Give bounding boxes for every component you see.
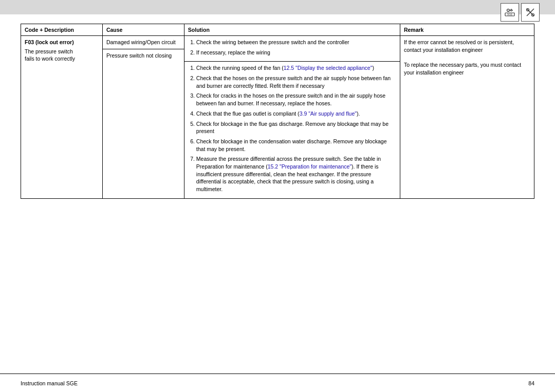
col-header-solution: Solution <box>184 24 400 36</box>
top-bar <box>0 0 555 14</box>
settings-icon: SGE <box>504 6 516 18</box>
solution-2-4: Check that the flue gas outlet is compli… <box>196 110 396 118</box>
settings-icon-box[interactable]: SGE <box>501 3 519 22</box>
solution-2-2: Check that the hoses on the pressure swi… <box>196 74 396 89</box>
cause-2: Pressure switch not closing <box>103 49 184 62</box>
link-air-supply-flue[interactable]: 3.9 "Air supply and flue" <box>300 110 357 117</box>
content-area: Code + Description Cause Solution Remark… <box>0 14 555 392</box>
solution-2-7: Measure the pressure differential across… <box>196 155 396 193</box>
solution-2-5: Check for blockage in the flue gas disch… <box>196 120 396 135</box>
main-table: Code + Description Cause Solution Remark… <box>21 24 534 199</box>
solution-group-2: Check the running speed of the fan (12.5… <box>184 62 400 198</box>
link-preparation-maintenance[interactable]: 15.2 "Preparation for maintenance" <box>268 163 351 170</box>
cause-cell: Damaged wiring/Open circuit Pressure swi… <box>102 36 184 199</box>
solution-group-1: Check the wiring between the pressure sw… <box>184 36 400 62</box>
tool-icon-box[interactable] <box>521 3 540 22</box>
footer-page-number: 84 <box>528 380 534 386</box>
footer: Instruction manual SGE 84 <box>0 374 555 392</box>
table-row: F03 (lock out error) The pressure switch… <box>21 36 534 199</box>
col-header-code: Code + Description <box>21 24 103 36</box>
svg-text:SGE: SGE <box>507 13 513 16</box>
col-header-cause: Cause <box>102 24 184 36</box>
solution-2-6: Check for blockage in the condensation w… <box>196 138 396 153</box>
error-code: F03 (lock out error) <box>25 39 99 46</box>
col-header-remark: Remark <box>400 24 534 36</box>
page: SGE Code + Description Cause Solution Re… <box>0 0 555 392</box>
solution-1-2: If necessary, replace the wiring <box>196 49 396 57</box>
footer-manual-title: Instruction manual SGE <box>21 380 78 386</box>
solution-1-1: Check the wiring between the pressure sw… <box>196 39 396 46</box>
solution-2-1: Check the running speed of the fan (12.5… <box>196 64 396 72</box>
link-display-appliance[interactable]: 12.5 "Display the selected appliance" <box>284 65 373 71</box>
solution-2-3: Check for cracks in the hoses on the pre… <box>196 92 396 107</box>
tool-icon <box>524 6 536 18</box>
solution-cell: Check the wiring between the pressure sw… <box>184 36 400 199</box>
code-desc-cell: F03 (lock out error) The pressure switch… <box>21 36 103 199</box>
cause-1: Damaged wiring/Open circuit <box>103 36 184 49</box>
header-icons: SGE <box>501 3 540 22</box>
remark-cell: If the error cannot be resolved or is pe… <box>400 36 534 199</box>
error-description: The pressure switchfails to work correct… <box>25 48 99 63</box>
